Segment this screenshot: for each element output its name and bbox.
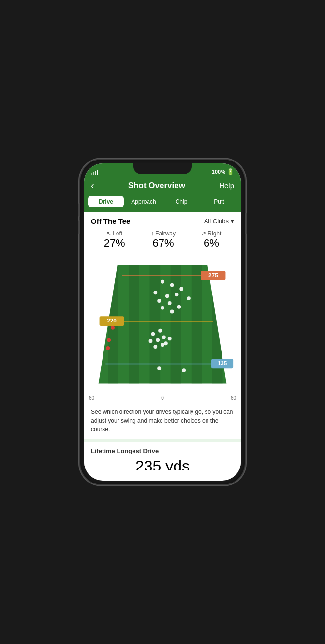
svg-point-11 [161, 280, 164, 284]
page-title: Shot Overview [128, 181, 185, 190]
svg-point-26 [158, 329, 162, 333]
left-value: 27% [104, 237, 125, 249]
right-value: 6% [201, 237, 221, 249]
tab-putt[interactable]: Putt [201, 196, 237, 207]
svg-point-20 [161, 306, 164, 310]
svg-rect-5 [171, 261, 181, 394]
axis-right: 60 [231, 395, 236, 401]
svg-point-17 [187, 296, 191, 300]
stat-fairway: ↑ Fairway 67% [151, 230, 176, 249]
lifetime-value: 235 yds [91, 454, 234, 470]
tab-bar: Drive Approach Chip Putt [84, 196, 241, 212]
svg-point-14 [153, 291, 157, 294]
svg-point-19 [168, 301, 172, 305]
svg-point-21 [170, 310, 174, 314]
svg-point-34 [153, 345, 157, 349]
stat-right: ↗ Right 6% [201, 230, 221, 249]
svg-point-33 [168, 337, 172, 340]
svg-point-36 [107, 338, 111, 342]
section-title: Off The Tee [91, 217, 130, 225]
axis-labels: 60 0 60 [84, 395, 241, 404]
fairway-svg: 275 [89, 254, 236, 395]
svg-point-16 [175, 293, 178, 296]
svg-point-27 [151, 332, 155, 336]
club-selector[interactable]: All Clubs ▾ [204, 218, 234, 225]
tab-chip[interactable]: Chip [163, 196, 199, 207]
back-button[interactable]: ‹ [91, 180, 94, 191]
fairway-arrow-icon: ↑ [151, 230, 154, 237]
svg-rect-6 [192, 261, 202, 394]
svg-rect-3 [129, 261, 139, 394]
svg-text:220: 220 [107, 317, 117, 323]
section-header: Off The Tee All Clubs ▾ [84, 212, 241, 228]
svg-point-29 [156, 338, 160, 342]
battery-indicator: 100% 🔋 [212, 168, 234, 175]
stat-left: ↖ Left 27% [104, 230, 125, 249]
battery-icon: 🔋 [227, 168, 234, 175]
svg-point-13 [179, 287, 183, 291]
svg-rect-4 [150, 261, 161, 394]
svg-point-28 [162, 336, 166, 339]
left-arrow-icon: ↖ [106, 230, 111, 237]
content-area: Off The Tee All Clubs ▾ ↖ Left 27% [84, 212, 241, 470]
description-text: See which direction your drives typicall… [84, 404, 241, 439]
svg-point-31 [149, 339, 153, 343]
axis-center: 0 [161, 395, 164, 401]
app-header: ‹ Shot Overview Help [84, 177, 241, 196]
help-button[interactable]: Help [219, 181, 234, 190]
lifetime-label: Lifetime Longest Drive [91, 447, 234, 454]
stats-row: ↖ Left 27% ↑ Fairway 67% ↗ Right [84, 228, 241, 254]
chevron-down-icon: ▾ [231, 218, 234, 225]
svg-point-12 [170, 283, 174, 287]
signal-icon [91, 170, 98, 175]
svg-point-42 [157, 366, 161, 370]
svg-point-37 [106, 346, 110, 350]
svg-point-30 [164, 341, 168, 345]
right-arrow-icon: ↗ [201, 230, 206, 237]
axis-left: 60 [89, 395, 94, 401]
svg-point-32 [161, 343, 164, 347]
fairway-chart: 275 [89, 254, 236, 395]
svg-text:275: 275 [208, 272, 218, 278]
tab-drive[interactable]: Drive [88, 196, 124, 207]
svg-point-18 [157, 299, 161, 303]
tab-approach[interactable]: Approach [126, 196, 162, 207]
svg-point-15 [165, 294, 169, 298]
lifetime-section: Lifetime Longest Drive 235 yds [84, 442, 241, 470]
svg-point-41 [182, 368, 186, 372]
svg-point-35 [111, 326, 115, 330]
section-divider [84, 439, 241, 442]
fairway-value: 67% [151, 237, 176, 249]
svg-point-22 [177, 305, 181, 309]
svg-text:135: 135 [218, 360, 227, 366]
